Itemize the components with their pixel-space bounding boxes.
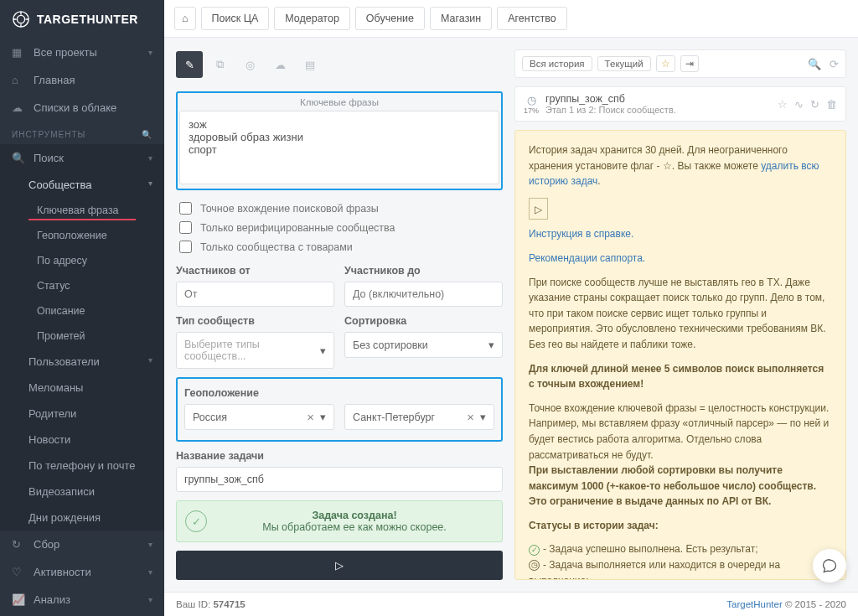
grid-icon: ▦ [12, 46, 25, 59]
keywords-input[interactable] [179, 111, 499, 184]
heart-icon: ♡ [12, 566, 25, 578]
geo-panel: Геоположение Россия✕ ▾ Санкт-Петербург✕ … [176, 377, 503, 442]
members-from-label: Участников от [176, 265, 334, 277]
cb-verified[interactable] [179, 221, 192, 234]
chevron-down-icon: ▾ [148, 153, 152, 163]
refresh-icon[interactable]: ↻ [810, 98, 819, 111]
sidebar-melomans[interactable]: Меломаны [0, 375, 164, 401]
reco-link[interactable]: Рекомендации саппорта. [529, 252, 645, 264]
sidebar-home[interactable]: ⌂Главная [0, 66, 164, 94]
sidebar-news[interactable]: Новости [0, 427, 164, 453]
nav-agency[interactable]: Агентство [497, 7, 567, 30]
sidebar-section-tools: ИНСТРУМЕНТЫ🔍 [0, 122, 164, 144]
cb-goods-label: Только сообщества с товарами [200, 241, 353, 253]
sidebar-bdays[interactable]: Дни рождения [0, 505, 164, 531]
sidebar-sub-desc[interactable]: Описание [0, 298, 164, 324]
edit-icon[interactable]: ✎ [176, 51, 203, 78]
sidebar: TARGETHUNTER ▦Все проекты▾ ⌂Главная ☁Спи… [0, 0, 164, 616]
chart-icon: 📈 [12, 593, 25, 606]
footer-brand[interactable]: TargetHunter [726, 599, 782, 609]
video-icon[interactable]: ▷ [529, 198, 548, 220]
type-select[interactable]: Выберите типы сообществ...▾ [176, 332, 334, 369]
footer: Ваш ID: 574715 TargetHunter © 2015 - 202… [164, 592, 858, 616]
chat-fab[interactable] [813, 549, 846, 582]
pin-icon[interactable]: ◎ [236, 51, 263, 78]
cloud-upload-icon[interactable]: ☁ [266, 51, 293, 78]
cb-goods[interactable] [179, 241, 192, 253]
members-to-label: Участников до [344, 265, 503, 277]
sidebar-phone-mail[interactable]: По телефону и почте [0, 453, 164, 479]
sidebar-collect[interactable]: ↻Сбор▾ [0, 531, 164, 558]
keywords-label: Ключевые фразы [179, 95, 499, 111]
history-current-tab[interactable]: Текущий [597, 56, 651, 71]
task-row[interactable]: ◷ 17% группы_зож_спб Этап 1 из 2: Поиск … [514, 86, 846, 122]
task-name-label: Название задачи [176, 450, 503, 462]
help-p1: При поиске сообществ лучше не выставлять… [529, 275, 832, 353]
sidebar-sub-status[interactable]: Статус [0, 273, 164, 298]
sync-icon: ↻ [12, 538, 25, 551]
sidebar-projects[interactable]: ▦Все проекты▾ [0, 39, 164, 66]
trash-icon[interactable]: 🗑 [826, 98, 837, 111]
statuses-title: Статусы в истории задач: [529, 518, 832, 534]
nav-training[interactable]: Обучение [355, 7, 425, 30]
clear-icon[interactable]: ✕ [467, 412, 474, 422]
task-pct: 17% [524, 106, 539, 115]
nav-shop[interactable]: Магазин [430, 7, 492, 30]
clear-icon[interactable]: ✕ [307, 412, 314, 422]
logo[interactable]: TARGETHUNTER [0, 0, 164, 39]
guide-link[interactable]: Инструкция в справке. [529, 228, 633, 240]
sidebar-sub-geo[interactable]: Геоположение [0, 223, 164, 248]
sidebar-users[interactable]: Пользователи▾ [0, 349, 164, 375]
history-all-tab[interactable]: Вся история [522, 56, 592, 71]
sidebar-analysis[interactable]: 📈Анализ▾ [0, 586, 164, 613]
cb-exact-label: Точное вхождение поисковой фразы [200, 203, 379, 215]
members-from-input[interactable] [176, 282, 334, 307]
geo-country-select[interactable]: Россия✕ ▾ [184, 404, 334, 430]
cloud-icon: ☁ [12, 101, 25, 114]
sort-select[interactable]: Без сортировки▾ [344, 332, 503, 358]
cb-verified-row[interactable]: Только верифицированные сообщества [176, 218, 503, 237]
nav-search-ca[interactable]: Поиск ЦА [201, 7, 270, 30]
check-icon: ✓ [185, 510, 207, 532]
sidebar-cloud-lists[interactable]: ☁Списки в облаке [0, 94, 164, 122]
geo-label: Геоположение [184, 387, 494, 399]
members-to-input[interactable] [344, 282, 503, 307]
play-button[interactable]: ▷ [176, 551, 503, 580]
sort-label: Сортировка [344, 315, 503, 327]
geo-city-select[interactable]: Санкт-Петербург✕ ▾ [344, 404, 494, 430]
sidebar-parents[interactable]: Родители [0, 401, 164, 427]
cb-exact-row[interactable]: Точное вхождение поисковой фразы [176, 199, 503, 218]
cb-exact[interactable] [179, 202, 192, 215]
cb-goods-row[interactable]: Только сообщества с товарами [176, 237, 503, 256]
chevron-down-icon: ▾ [148, 567, 152, 577]
chat-icon [821, 557, 838, 574]
home-button[interactable]: ⌂ [174, 7, 196, 30]
clock-icon: ◷ [524, 94, 539, 106]
chevron-down-icon: ▾ [148, 595, 152, 604]
nav-moderator[interactable]: Модератор [274, 7, 350, 30]
star-icon[interactable]: ☆ [778, 98, 788, 111]
sidebar-search[interactable]: 🔍Поиск▾ [0, 144, 164, 172]
search-icon[interactable]: 🔍 [142, 130, 152, 139]
book-icon[interactable]: ▤ [297, 51, 323, 78]
star-icon[interactable]: ☆ [656, 55, 675, 72]
copy-icon[interactable]: ⧉ [206, 51, 233, 78]
logo-icon [12, 10, 30, 28]
sidebar-communities[interactable]: Сообщества▾ [0, 172, 164, 198]
sidebar-sub-address[interactable]: По адресу [0, 248, 164, 273]
search-icon[interactable]: 🔍 [808, 58, 821, 70]
sidebar-video[interactable]: Видеозаписи [0, 479, 164, 505]
sidebar-activity[interactable]: ♡Активности▾ [0, 558, 164, 586]
arrow-in-icon[interactable]: ⇥ [680, 55, 699, 72]
sliders-icon[interactable]: ∿ [794, 98, 804, 111]
sidebar-sub-promo[interactable]: Прометей [0, 324, 164, 349]
sidebar-sub-keyword[interactable]: Ключевая фраза [0, 198, 164, 223]
logo-text: TARGETHUNTER [37, 13, 138, 26]
help-panel: История задач хранится 30 дней. Для неог… [514, 130, 846, 580]
task-name-input[interactable] [176, 467, 503, 492]
task-created-sub: Мы обработаем ее как можно скорее. [215, 521, 494, 533]
chevron-down-icon: ▾ [148, 48, 152, 57]
refresh-icon[interactable]: ⟳ [830, 58, 839, 70]
chevron-down-icon: ▾ [148, 540, 152, 549]
chevron-down-icon: ▾ [488, 339, 494, 351]
